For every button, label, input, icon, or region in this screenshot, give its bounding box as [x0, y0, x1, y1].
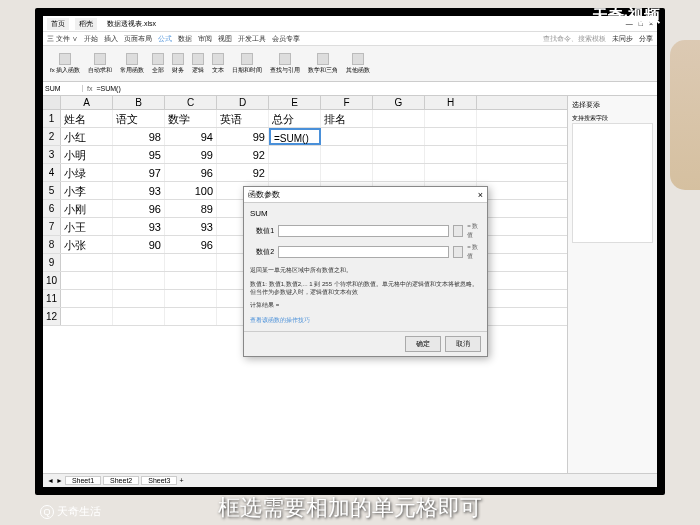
tab-file[interactable]: 数据透视表.xlsx	[103, 18, 160, 30]
cell[interactable]: 94	[165, 128, 217, 145]
tool-insert-fn[interactable]: fx 插入函数	[47, 53, 83, 75]
select-all-corner[interactable]	[43, 96, 61, 109]
tool-logic[interactable]: 逻辑	[189, 53, 207, 75]
cell[interactable]: 89	[165, 200, 217, 217]
next-sheet-icon[interactable]: ►	[56, 477, 63, 484]
menu-data[interactable]: 数据	[178, 34, 192, 44]
cell[interactable]	[113, 308, 165, 325]
cell[interactable]: 99	[217, 128, 269, 145]
cell[interactable]	[425, 146, 477, 163]
cell[interactable]: 95	[113, 146, 165, 163]
cell[interactable]: 小王	[61, 218, 113, 235]
cell[interactable]	[373, 110, 425, 127]
menu-view[interactable]: 视图	[218, 34, 232, 44]
tool-lookup[interactable]: 查找与引用	[267, 53, 303, 75]
cell[interactable]: 小红	[61, 128, 113, 145]
add-sheet-icon[interactable]: +	[179, 477, 183, 484]
fx-button[interactable]: fx	[83, 85, 96, 92]
menu-member[interactable]: 会员专享	[272, 34, 300, 44]
help-link[interactable]: 查看该函数的操作技巧	[250, 317, 310, 323]
cell[interactable]	[113, 290, 165, 307]
col-header[interactable]: F	[321, 96, 373, 109]
row-header[interactable]: 10	[43, 272, 61, 289]
cell[interactable]: 100	[165, 182, 217, 199]
cell[interactable]	[425, 164, 477, 181]
cell[interactable]: 93	[113, 182, 165, 199]
cell[interactable]	[61, 308, 113, 325]
cell[interactable]	[373, 164, 425, 181]
row-header[interactable]: 8	[43, 236, 61, 253]
cell[interactable]	[113, 272, 165, 289]
prev-sheet-icon[interactable]: ◄	[47, 477, 54, 484]
range-select-icon[interactable]	[453, 225, 463, 237]
range-select-icon[interactable]	[453, 246, 463, 258]
row-header[interactable]: 7	[43, 218, 61, 235]
cell[interactable]: 英语	[217, 110, 269, 127]
menu-start[interactable]: 开始	[84, 34, 98, 44]
cell[interactable]: 排名	[321, 110, 373, 127]
cell[interactable]: 小绿	[61, 164, 113, 181]
cell[interactable]	[61, 290, 113, 307]
cell[interactable]	[373, 128, 425, 145]
name-box[interactable]: SUM	[43, 85, 83, 92]
row-header[interactable]: 5	[43, 182, 61, 199]
cell[interactable]: 92	[217, 164, 269, 181]
row-header[interactable]: 11	[43, 290, 61, 307]
cell[interactable]: 98	[113, 128, 165, 145]
col-header[interactable]: B	[113, 96, 165, 109]
cell[interactable]	[269, 146, 321, 163]
cell[interactable]: 93	[165, 218, 217, 235]
cell[interactable]	[165, 308, 217, 325]
cell[interactable]: 小刚	[61, 200, 113, 217]
cell[interactable]	[113, 254, 165, 271]
cell[interactable]	[321, 146, 373, 163]
cell[interactable]: 总分	[269, 110, 321, 127]
cell[interactable]: 数学	[165, 110, 217, 127]
cell[interactable]: 90	[113, 236, 165, 253]
cell[interactable]	[425, 110, 477, 127]
param-input-1[interactable]	[278, 225, 449, 237]
ok-button[interactable]: 确定	[405, 336, 441, 352]
cell[interactable]: 小李	[61, 182, 113, 199]
sheet-tab[interactable]: Sheet2	[103, 476, 139, 485]
tab-home[interactable]: 首页	[47, 18, 69, 30]
menu-layout[interactable]: 页面布局	[124, 34, 152, 44]
tool-other[interactable]: 其他函数	[343, 53, 373, 75]
cell[interactable]	[61, 272, 113, 289]
col-header[interactable]: D	[217, 96, 269, 109]
cell[interactable]	[165, 272, 217, 289]
sync-status[interactable]: 未同步	[612, 34, 633, 44]
col-header[interactable]: G	[373, 96, 425, 109]
row-header[interactable]: 9	[43, 254, 61, 271]
row-header[interactable]: 6	[43, 200, 61, 217]
cell[interactable]: 小明	[61, 146, 113, 163]
tool-math[interactable]: 数学和三角	[305, 53, 341, 75]
col-header[interactable]: C	[165, 96, 217, 109]
cell[interactable]	[165, 290, 217, 307]
cell[interactable]: 92	[217, 146, 269, 163]
cell[interactable]	[321, 164, 373, 181]
sheet-tab[interactable]: Sheet1	[65, 476, 101, 485]
col-header[interactable]: H	[425, 96, 477, 109]
tool-text[interactable]: 文本	[209, 53, 227, 75]
dialog-titlebar[interactable]: 函数参数 ×	[244, 187, 487, 203]
cell[interactable]: 93	[113, 218, 165, 235]
search-hint[interactable]: 查找命令、搜索模板	[543, 34, 606, 44]
row-header[interactable]: 1	[43, 110, 61, 127]
cell[interactable]	[165, 254, 217, 271]
cell[interactable]	[425, 128, 477, 145]
tool-common[interactable]: 常用函数	[117, 53, 147, 75]
cell[interactable]: 96	[165, 164, 217, 181]
cell[interactable]	[269, 164, 321, 181]
field-list[interactable]	[572, 123, 653, 243]
cell[interactable]: 姓名	[61, 110, 113, 127]
menu-insert[interactable]: 插入	[104, 34, 118, 44]
tool-date[interactable]: 日期和时间	[229, 53, 265, 75]
row-header[interactable]: 4	[43, 164, 61, 181]
tab-docer[interactable]: 稻壳	[75, 18, 97, 30]
menu-file[interactable]: 三 文件 ∨	[47, 34, 78, 44]
cell[interactable]	[61, 254, 113, 271]
cell[interactable]: 语文	[113, 110, 165, 127]
row-header[interactable]: 2	[43, 128, 61, 145]
sheet-tab[interactable]: Sheet3	[141, 476, 177, 485]
